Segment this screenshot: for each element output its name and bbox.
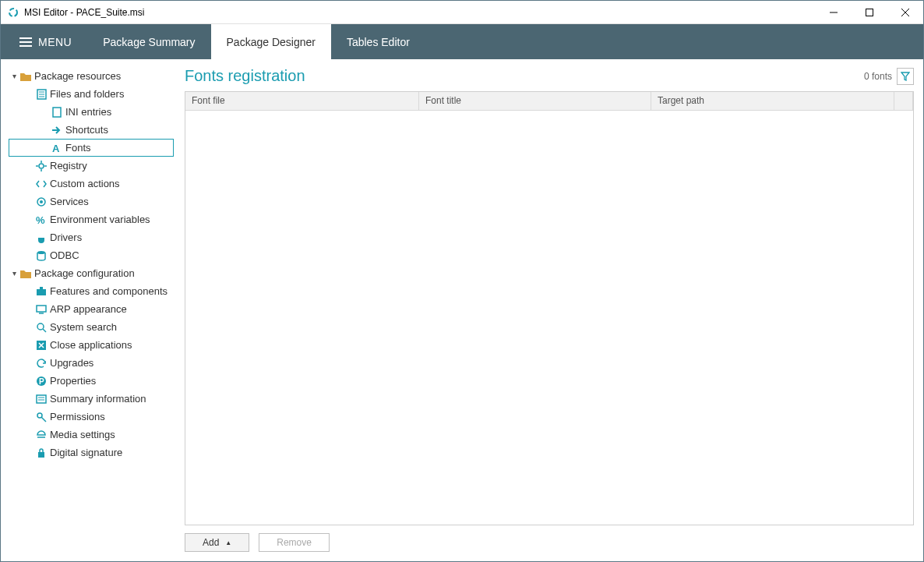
button-label: Add (203, 537, 219, 548)
tree-group-config[interactable]: ▾ Package configuration (9, 264, 174, 282)
tree-files-folders[interactable]: Files and folders (9, 85, 174, 103)
tree-summary-info[interactable]: Summary information (9, 390, 174, 408)
database-icon (34, 250, 48, 261)
tree-digital-signature[interactable]: Digital signature (9, 444, 174, 461)
tree-properties[interactable]: P Properties (9, 372, 174, 390)
window-title: MSI Editor - PACE_Suite.msi (24, 7, 816, 18)
column-spacer (894, 92, 913, 110)
svg-rect-38 (38, 452, 44, 458)
tree-drivers[interactable]: Drivers (9, 228, 174, 246)
caret-down-icon: ▾ (9, 269, 19, 277)
close-square-icon (34, 340, 48, 351)
tree-custom-actions[interactable]: Custom actions (9, 175, 174, 193)
tree-label: Package configuration (33, 267, 135, 279)
tab-label: Tables Editor (347, 36, 410, 48)
column-font-file[interactable]: Font file (185, 92, 419, 110)
window-controls (816, 1, 923, 23)
disc-icon (34, 429, 48, 440)
tree-label: Services (48, 196, 89, 207)
remove-button[interactable]: Remove (259, 533, 330, 552)
folder-icon (19, 72, 33, 81)
tree-label: Features and components (48, 285, 168, 297)
tab-package-designer[interactable]: Package Designer (211, 24, 331, 59)
filter-button[interactable] (897, 68, 914, 85)
grid-header: Font file Font title Target path (185, 92, 913, 111)
tree-label: ODBC (48, 249, 79, 261)
svg-rect-23 (37, 289, 46, 295)
gear-icon (34, 196, 48, 207)
puzzle-icon (34, 287, 48, 296)
refresh-icon (34, 358, 48, 369)
svg-point-27 (37, 323, 44, 330)
folder-icon (19, 269, 33, 278)
app-window: MSI Editor - PACE_Suite.msi MENU Package… (0, 0, 924, 562)
svg-rect-2 (866, 9, 873, 16)
column-target-path[interactable]: Target path (651, 92, 894, 110)
tree-label: Media settings (48, 429, 115, 440)
shortcut-icon (50, 125, 64, 135)
tree-close-apps[interactable]: Close applications (9, 336, 174, 354)
body: ▾ Package resources Files and folders IN… (1, 59, 923, 561)
tree-label: Environment variables (48, 214, 150, 225)
menu-button[interactable]: MENU (10, 24, 81, 59)
close-button[interactable] (887, 1, 923, 23)
tab-label: Package Designer (227, 36, 316, 48)
tree-fonts[interactable]: A Fonts (9, 139, 174, 157)
tree-label: Properties (48, 375, 96, 387)
filter-icon (901, 72, 910, 81)
tree-permissions[interactable]: Permissions (9, 408, 174, 426)
tree-env-variables[interactable]: % Environment variables (9, 210, 174, 228)
properties-icon: P (34, 376, 48, 387)
main-panel: Fonts registration 0 fonts Font file Fon… (178, 59, 923, 561)
tree-label: System search (48, 321, 117, 333)
svg-line-36 (41, 417, 46, 422)
footer-buttons: Add ▲ Remove (185, 533, 914, 552)
maximize-button[interactable] (852, 1, 887, 23)
svg-line-28 (43, 329, 46, 332)
fonts-grid: Font file Font title Target path (185, 91, 914, 525)
monitor-icon (34, 305, 48, 314)
tree-label: Custom actions (48, 178, 120, 189)
grid-body[interactable] (185, 111, 913, 525)
tree-label: Fonts (64, 142, 91, 154)
svg-rect-12 (53, 108, 61, 117)
tree-label: Digital signature (48, 447, 122, 458)
tree-features[interactable]: Features and components (9, 282, 174, 300)
gear-icon (34, 161, 48, 171)
tree-registry[interactable]: Registry (9, 157, 174, 175)
svg-point-22 (37, 251, 45, 254)
tree-services[interactable]: Services (9, 193, 174, 210)
tree-arp[interactable]: ARP appearance (9, 300, 174, 318)
code-icon (34, 179, 48, 189)
tree-label: Drivers (48, 232, 82, 243)
add-button[interactable]: Add ▲ (185, 533, 249, 552)
tree-odbc[interactable]: ODBC (9, 246, 174, 264)
tree-label: Permissions (48, 411, 105, 422)
tab-tables-editor[interactable]: Tables Editor (331, 24, 425, 59)
tree-system-search[interactable]: System search (9, 318, 174, 336)
minimize-button[interactable] (816, 1, 852, 23)
tree-upgrades[interactable]: Upgrades (9, 354, 174, 372)
tree-group-resources[interactable]: ▾ Package resources (9, 67, 174, 85)
lock-icon (34, 447, 48, 458)
sidebar-tree: ▾ Package resources Files and folders IN… (1, 59, 178, 561)
font-icon: A (50, 143, 64, 154)
tab-package-summary[interactable]: Package Summary (87, 24, 210, 59)
svg-rect-32 (37, 395, 46, 403)
info-icon (34, 394, 48, 404)
tab-label: Package Summary (103, 36, 195, 48)
main-header: Fonts registration 0 fonts (185, 67, 914, 85)
svg-point-0 (9, 9, 17, 16)
svg-text:A: A (52, 143, 60, 154)
tree-label: ARP appearance (48, 303, 127, 315)
tree-label: Upgrades (48, 357, 93, 369)
svg-rect-25 (37, 306, 46, 312)
tree-media[interactable]: Media settings (9, 426, 174, 444)
tree-label: Registry (48, 160, 87, 171)
tree-ini-entries[interactable]: INI entries (9, 103, 174, 121)
tree-shortcuts[interactable]: Shortcuts (9, 121, 174, 139)
column-font-title[interactable]: Font title (419, 92, 651, 110)
key-icon (34, 412, 48, 422)
plug-icon (34, 232, 48, 243)
svg-point-14 (39, 164, 44, 168)
